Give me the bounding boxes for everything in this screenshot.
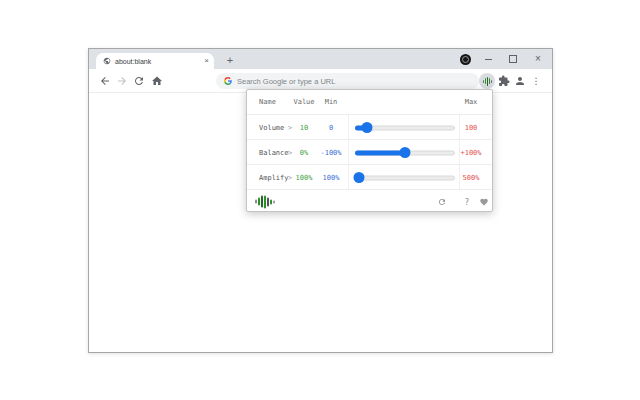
row-label: Balance — [259, 149, 289, 157]
slider-track[interactable] — [355, 175, 455, 180]
popup-footer: ? — [247, 189, 492, 213]
chrome-menu-button[interactable]: ⋮ — [530, 73, 542, 89]
popup-header-row: Name Value Min Max — [247, 90, 492, 114]
reload-button[interactable] — [133, 75, 145, 87]
row-value: 0% — [300, 149, 308, 157]
close-window-button[interactable]: × — [530, 49, 546, 69]
column-header-value: Value — [293, 98, 314, 106]
tab-strip: about:blank × + × — [89, 49, 552, 69]
volume-row: Volume > 10 0 100 — [247, 114, 492, 140]
row-min: 100% — [323, 174, 340, 182]
row-min: 0 — [329, 124, 333, 132]
forward-button[interactable] — [116, 75, 128, 87]
slider-thumb[interactable] — [400, 147, 411, 158]
balance-row: Balance > 0% -100% +100% — [247, 139, 492, 165]
audio-extension-popup: Name Value Min Max Volume > 10 0 100 Bal… — [246, 89, 493, 212]
slider-thumb[interactable] — [354, 172, 365, 183]
chevron-right-icon[interactable]: > — [288, 174, 292, 182]
reset-icon[interactable] — [438, 197, 447, 206]
maximize-icon — [509, 55, 517, 63]
back-button[interactable] — [99, 75, 111, 87]
slider-thumb[interactable] — [362, 122, 373, 133]
tab-about-blank[interactable]: about:blank × — [96, 53, 214, 69]
home-button[interactable] — [151, 75, 163, 87]
amplify-row: Amplify > 100% 100% 500% — [247, 164, 492, 190]
row-max: +100% — [460, 149, 481, 157]
row-max: 500% — [463, 174, 480, 182]
tab-title: about:blank — [115, 58, 200, 65]
audio-extension-button[interactable] — [479, 73, 495, 89]
minimize-button[interactable] — [480, 49, 496, 69]
chevron-right-icon[interactable]: > — [288, 149, 292, 157]
row-label: Amplify — [259, 174, 289, 182]
omnibox-address-bar[interactable]: Search Google or type a URL — [216, 73, 479, 89]
extensions-puzzle-icon[interactable] — [498, 75, 510, 87]
slider-fill — [355, 150, 405, 155]
google-g-icon — [224, 77, 232, 85]
new-tab-button[interactable]: + — [222, 52, 238, 68]
row-value: 100% — [296, 174, 313, 182]
waveform-icon — [483, 76, 492, 86]
volume-slider[interactable] — [355, 122, 455, 133]
row-label: Volume — [259, 124, 284, 132]
profile-avatar-icon[interactable] — [514, 75, 526, 87]
omnibox-placeholder: Search Google or type a URL — [237, 77, 335, 86]
column-header-max: Max — [465, 98, 478, 106]
maximize-button[interactable] — [505, 49, 521, 69]
row-value: 10 — [300, 124, 308, 132]
column-header-min: Min — [325, 98, 338, 106]
waveform-logo-icon — [255, 194, 275, 209]
minimize-icon — [485, 59, 492, 60]
help-icon[interactable]: ? — [465, 197, 470, 206]
row-min: -100% — [320, 149, 341, 157]
heart-icon[interactable] — [480, 197, 489, 206]
record-indicator-icon[interactable] — [460, 54, 471, 65]
globe-favicon-icon — [103, 57, 111, 65]
column-header-name: Name — [259, 98, 276, 106]
amplify-slider[interactable] — [355, 172, 455, 183]
tab-close-icon[interactable]: × — [204, 57, 209, 65]
chevron-right-icon[interactable]: > — [288, 124, 292, 132]
row-max: 100 — [465, 124, 478, 132]
balance-slider[interactable] — [355, 147, 455, 158]
